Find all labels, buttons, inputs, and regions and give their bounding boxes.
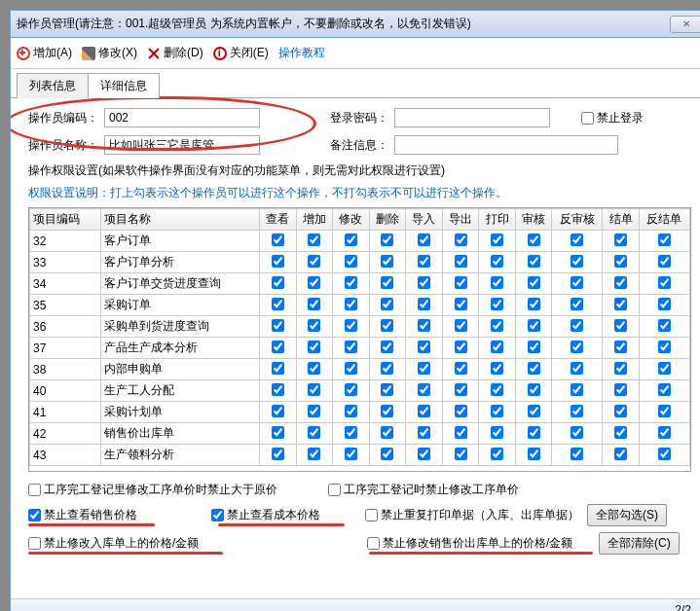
perm-checkbox[interactable] — [345, 319, 357, 332]
perm-checkbox[interactable] — [571, 426, 583, 439]
add-button[interactable]: 增加(A) — [17, 45, 72, 61]
opt-proc-price-mod[interactable]: 工序完工登记时禁止修改工序单价 — [328, 482, 533, 498]
perm-checkbox[interactable] — [272, 276, 284, 289]
perm-checkbox[interactable] — [308, 405, 320, 417]
perm-checkbox[interactable] — [614, 319, 627, 332]
perm-checkbox[interactable] — [308, 448, 320, 460]
select-all-button[interactable]: 全部勾选(S) — [587, 504, 667, 526]
perm-checkbox[interactable] — [614, 234, 627, 246]
perm-checkbox[interactable] — [571, 319, 583, 332]
col-header[interactable]: 审核 — [515, 209, 552, 231]
perm-checkbox[interactable] — [418, 362, 430, 375]
col-header[interactable]: 导出 — [442, 209, 479, 231]
perm-checkbox[interactable] — [528, 276, 540, 289]
perm-checkbox[interactable] — [345, 426, 357, 439]
perm-checkbox[interactable] — [272, 234, 284, 246]
perm-checkbox[interactable] — [381, 362, 393, 375]
perm-checkbox[interactable] — [658, 405, 671, 417]
perm-checkbox[interactable] — [491, 362, 503, 375]
close-button[interactable]: 关闭(E) — [213, 45, 269, 61]
perm-checkbox[interactable] — [272, 448, 284, 460]
perm-checkbox[interactable] — [528, 234, 540, 246]
perm-checkbox[interactable] — [491, 319, 503, 332]
perm-checkbox[interactable] — [658, 298, 671, 310]
perm-checkbox[interactable] — [528, 255, 540, 268]
perm-checkbox[interactable] — [658, 234, 671, 246]
perm-checkbox[interactable] — [491, 255, 503, 268]
perm-checkbox[interactable] — [272, 383, 284, 396]
perm-checkbox[interactable] — [571, 362, 583, 375]
perm-checkbox[interactable] — [528, 341, 540, 353]
tutorial-link[interactable]: 操作教程 — [278, 45, 325, 61]
perm-checkbox[interactable] — [614, 426, 627, 439]
perm-checkbox[interactable] — [455, 448, 467, 460]
perm-checkbox[interactable] — [381, 341, 393, 353]
perm-checkbox[interactable] — [455, 405, 467, 417]
perm-checkbox[interactable] — [571, 298, 583, 310]
permission-grid[interactable]: 项目编码项目名称查看增加修改删除导入导出打印审核反审核结单反结单 32客户订单3… — [28, 207, 691, 472]
opt-no-mod-out-price[interactable]: 禁止修改销售价出库单上的价格/金额 — [367, 535, 591, 552]
perm-checkbox[interactable] — [308, 298, 320, 310]
perm-checkbox[interactable] — [455, 426, 467, 439]
perm-checkbox[interactable] — [614, 255, 627, 268]
edit-button[interactable]: 修改(X) — [82, 45, 137, 61]
perm-checkbox[interactable] — [381, 405, 393, 417]
perm-checkbox[interactable] — [418, 341, 430, 353]
perm-checkbox[interactable] — [272, 319, 284, 332]
perm-checkbox[interactable] — [614, 298, 627, 310]
perm-checkbox[interactable] — [528, 405, 540, 417]
perm-checkbox[interactable] — [658, 448, 671, 460]
perm-checkbox[interactable] — [345, 383, 357, 396]
col-header[interactable]: 结单 — [603, 209, 640, 231]
perm-checkbox[interactable] — [528, 319, 540, 332]
perm-checkbox[interactable] — [418, 448, 430, 460]
perm-checkbox[interactable] — [272, 426, 284, 439]
perm-checkbox[interactable] — [528, 448, 540, 460]
perm-checkbox[interactable] — [272, 341, 284, 353]
perm-checkbox[interactable] — [528, 383, 540, 396]
perm-checkbox[interactable] — [571, 234, 583, 246]
perm-checkbox[interactable] — [381, 383, 393, 396]
perm-checkbox[interactable] — [614, 383, 627, 396]
opt-proc-price-gt[interactable]: 工序完工登记里修改工序单价时禁止大于原价 — [28, 482, 320, 498]
perm-checkbox[interactable] — [614, 405, 627, 417]
perm-checkbox[interactable] — [272, 362, 284, 375]
opt-hide-cost-price[interactable]: 禁止查看成本价格 — [211, 507, 357, 523]
perm-checkbox[interactable] — [345, 298, 357, 310]
col-header[interactable]: 打印 — [479, 209, 516, 231]
perm-checkbox[interactable] — [308, 426, 320, 439]
perm-checkbox[interactable] — [491, 276, 503, 289]
perm-checkbox[interactable] — [571, 341, 583, 353]
perm-checkbox[interactable] — [345, 341, 357, 353]
perm-checkbox[interactable] — [528, 298, 540, 310]
perm-checkbox[interactable] — [491, 341, 503, 353]
perm-checkbox[interactable] — [381, 276, 393, 289]
col-header[interactable]: 导入 — [406, 209, 443, 231]
perm-checkbox[interactable] — [418, 319, 430, 332]
perm-checkbox[interactable] — [345, 255, 357, 268]
col-header[interactable]: 查看 — [260, 209, 297, 231]
perm-checkbox[interactable] — [272, 405, 284, 417]
perm-checkbox[interactable] — [658, 341, 671, 353]
perm-checkbox[interactable] — [658, 255, 671, 268]
perm-checkbox[interactable] — [455, 234, 467, 246]
perm-checkbox[interactable] — [658, 319, 671, 332]
note-input[interactable] — [394, 135, 618, 155]
delete-button[interactable]: 删除(D) — [147, 45, 203, 61]
perm-checkbox[interactable] — [345, 405, 357, 417]
perm-checkbox[interactable] — [345, 362, 357, 375]
perm-checkbox[interactable] — [614, 448, 627, 460]
perm-checkbox[interactable] — [491, 298, 503, 310]
deny-login-checkbox[interactable]: 禁止登录 — [581, 110, 644, 126]
perm-checkbox[interactable] — [614, 276, 627, 289]
perm-checkbox[interactable] — [345, 234, 357, 246]
perm-checkbox[interactable] — [571, 448, 583, 460]
perm-checkbox[interactable] — [308, 276, 320, 289]
opt-no-mod-in-price[interactable]: 禁止修改入库单上的价格/金额 — [28, 535, 359, 552]
perm-checkbox[interactable] — [491, 405, 503, 417]
perm-checkbox[interactable] — [418, 234, 430, 246]
perm-checkbox[interactable] — [345, 448, 357, 460]
col-header[interactable]: 增加 — [296, 209, 333, 231]
perm-checkbox[interactable] — [381, 319, 393, 332]
col-header[interactable]: 反审核 — [552, 209, 603, 231]
